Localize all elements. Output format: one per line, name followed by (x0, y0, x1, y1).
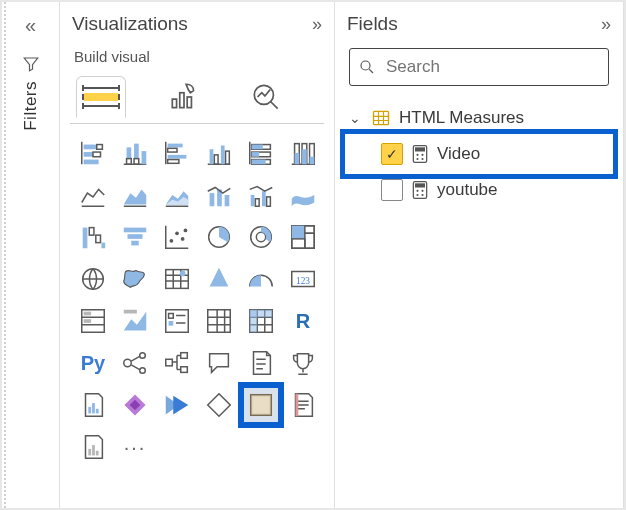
svg-rect-37 (251, 195, 255, 206)
pie-chart-icon[interactable] (200, 218, 238, 256)
build-visual-label: Build visual (74, 48, 322, 65)
field-checkbox[interactable] (381, 179, 403, 201)
filled-map-icon[interactable] (116, 260, 154, 298)
svg-point-99 (416, 158, 418, 160)
field-item-youtube[interactable]: youtube (347, 172, 611, 208)
svg-rect-10 (127, 159, 132, 165)
svg-rect-46 (128, 234, 143, 239)
area-chart-icon[interactable] (116, 176, 154, 214)
svg-rect-44 (101, 243, 105, 249)
goals-icon[interactable] (284, 344, 322, 382)
svg-rect-31 (302, 149, 307, 164)
line-chart-icon[interactable] (74, 176, 112, 214)
svg-rect-71 (169, 321, 174, 326)
svg-rect-94 (374, 111, 389, 124)
svg-rect-2 (187, 97, 191, 108)
svg-rect-102 (415, 183, 425, 187)
svg-rect-84 (96, 409, 99, 414)
smart-narrative-icon[interactable] (242, 344, 280, 382)
get-more-visuals-icon[interactable] (74, 428, 112, 466)
svg-rect-34 (210, 193, 215, 206)
table-icon[interactable] (200, 302, 238, 340)
matrix-icon[interactable] (242, 302, 280, 340)
svg-point-97 (416, 154, 418, 156)
svg-rect-36 (225, 195, 230, 206)
arcgis-map-icon[interactable] (200, 260, 238, 298)
clustered-column-chart-icon[interactable] (200, 134, 238, 172)
expand-filters-icon[interactable]: « (25, 14, 36, 37)
fields-search-input[interactable] (384, 56, 600, 78)
svg-rect-14 (168, 144, 183, 148)
tab-format-visual[interactable] (160, 77, 208, 117)
format-visual-icon (167, 80, 201, 114)
svg-rect-47 (131, 241, 139, 246)
svg-point-100 (421, 158, 423, 160)
python-visual-icon[interactable]: Py (74, 344, 112, 382)
visualization-gallery: 123RPy··· (72, 134, 322, 466)
power-apps-icon[interactable] (116, 386, 154, 424)
donut-chart-icon[interactable] (242, 218, 280, 256)
custom-visual-2-icon[interactable] (284, 386, 322, 424)
clustered-bar-chart-icon[interactable] (158, 134, 196, 172)
map-icon[interactable] (74, 260, 112, 298)
field-item-video[interactable]: Video (347, 136, 611, 172)
svg-rect-9 (127, 147, 132, 158)
svg-rect-56 (292, 226, 305, 239)
slicer-icon[interactable] (158, 302, 196, 340)
svg-rect-80 (181, 353, 188, 359)
svg-rect-41 (83, 228, 88, 249)
fields-table-name: HTML Measures (399, 108, 524, 128)
collapse-visualizations-icon[interactable]: » (312, 14, 322, 35)
hundred-stacked-column-icon[interactable] (284, 134, 322, 172)
svg-point-50 (181, 237, 185, 241)
filters-rail[interactable]: « Filters (2, 2, 60, 508)
multi-row-card-icon[interactable] (74, 302, 112, 340)
paginated-report-icon[interactable] (74, 386, 112, 424)
r-visual-icon[interactable]: R (284, 302, 322, 340)
field-checkbox[interactable] (381, 143, 403, 165)
tab-analytics[interactable] (242, 77, 290, 117)
more-options-icon[interactable]: ··· (116, 428, 154, 466)
svg-point-49 (175, 231, 179, 235)
gauge-icon[interactable] (242, 260, 280, 298)
svg-rect-75 (250, 310, 273, 318)
svg-rect-0 (172, 99, 176, 108)
custom-visual-1-icon[interactable] (200, 386, 238, 424)
power-automate-icon[interactable] (158, 386, 196, 424)
stacked-column-chart-icon[interactable] (116, 134, 154, 172)
svg-rect-70 (169, 314, 174, 319)
funnel-chart-icon[interactable] (116, 218, 154, 256)
visualizations-pane: Visualizations » Build visual (60, 2, 335, 508)
qna-icon[interactable] (200, 344, 238, 382)
svg-point-93 (361, 61, 370, 70)
svg-rect-33 (310, 157, 315, 165)
key-influencers-icon[interactable] (116, 344, 154, 382)
field-label: youtube (437, 180, 498, 200)
html-content-visual-icon[interactable] (242, 386, 280, 424)
waterfall-chart-icon[interactable] (74, 218, 112, 256)
tab-build-visual[interactable] (76, 76, 126, 118)
measure-icon (411, 144, 429, 164)
svg-rect-67 (84, 319, 92, 323)
line-stacked-column-icon[interactable] (200, 176, 238, 214)
fields-search[interactable] (349, 48, 609, 86)
svg-rect-79 (166, 359, 173, 366)
kpi-icon[interactable] (116, 302, 154, 340)
stacked-bar-chart-icon[interactable] (74, 134, 112, 172)
stacked-area-chart-icon[interactable] (158, 176, 196, 214)
svg-rect-42 (89, 228, 94, 236)
card-icon[interactable]: 123 (284, 260, 322, 298)
decomposition-tree-icon[interactable] (158, 344, 196, 382)
svg-rect-23 (252, 145, 263, 150)
line-clustered-column-icon[interactable] (242, 176, 280, 214)
azure-map-icon[interactable] (158, 260, 196, 298)
fields-table-row[interactable]: ⌄ HTML Measures (347, 100, 611, 136)
fields-title: Fields (347, 13, 398, 35)
measure-icon (411, 180, 429, 200)
treemap-icon[interactable] (284, 218, 322, 256)
ribbon-chart-icon[interactable] (284, 176, 322, 214)
collapse-fields-icon[interactable]: » (601, 14, 611, 35)
hundred-stacked-bar-icon[interactable] (242, 134, 280, 172)
scatter-chart-icon[interactable] (158, 218, 196, 256)
svg-rect-96 (415, 147, 425, 151)
